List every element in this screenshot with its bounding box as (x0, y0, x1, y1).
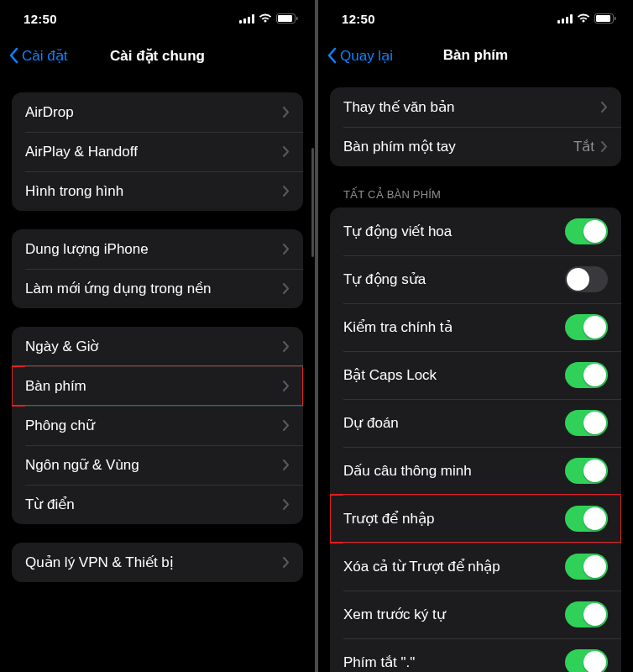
wifi-icon (259, 12, 272, 26)
row-label: Tự động sửa (343, 270, 565, 288)
scrollbar[interactable] (311, 148, 314, 257)
nav-bar: Quay lại Bàn phím (318, 37, 633, 74)
row-label: Xóa cả từ Trượt để nhập (343, 558, 565, 575)
back-button[interactable]: Quay lại (327, 47, 393, 65)
chevron-right-icon (601, 102, 608, 113)
group-toggles: Tự động viết hoa Tự động sửa Kiểm tra ch… (330, 207, 621, 672)
svg-rect-1 (243, 18, 246, 24)
chevron-right-icon (283, 459, 290, 470)
svg-rect-5 (278, 15, 292, 22)
row-label: Dấu câu thông minh (343, 462, 565, 480)
back-label: Quay lại (340, 47, 393, 65)
row-vpn-device[interactable]: Quản lý VPN & Thiết bị (12, 543, 303, 582)
row-language-region[interactable]: Ngôn ngữ & Vùng (12, 445, 303, 485)
chevron-right-icon (283, 420, 290, 431)
row-label: Xem trước ký tự (343, 606, 565, 623)
chevron-left-icon (8, 47, 18, 64)
row-dictionary[interactable]: Từ điển (12, 485, 303, 524)
svg-rect-3 (252, 14, 254, 24)
toggle-predictive[interactable] (565, 410, 608, 436)
chevron-right-icon (283, 557, 290, 568)
status-bar: 12:50 (318, 0, 633, 37)
row-label: Từ điển (25, 496, 283, 513)
row-auto-capitalization: Tự động viết hoa (330, 207, 621, 255)
status-bar: 12:50 (0, 0, 315, 37)
row-iphone-storage[interactable]: Dung lượng iPhone (12, 229, 303, 269)
row-label: Quản lý VPN & Thiết bị (25, 554, 283, 571)
chevron-right-icon (283, 341, 290, 352)
row-label: Thay thế văn bản (343, 98, 601, 116)
phone-left: 12:50 Cài đặt Cài đặt chung AirDrop AirP… (0, 0, 315, 672)
battery-icon (594, 12, 616, 26)
row-label: AirDrop (25, 104, 283, 121)
chevron-left-icon (327, 47, 337, 64)
row-label: Làm mới ứng dụng trong nền (25, 280, 283, 297)
row-smart-punctuation: Dấu câu thông minh (330, 447, 621, 495)
content-left: AirDrop AirPlay & Handoff Hình trong hìn… (0, 74, 315, 672)
group-0: AirDrop AirPlay & Handoff Hình trong hìn… (12, 92, 303, 211)
svg-rect-6 (296, 17, 298, 20)
chevron-right-icon (283, 381, 290, 391)
row-check-spelling: Kiểm tra chính tả (330, 303, 621, 351)
toggle-smart-punctuation[interactable] (565, 458, 608, 484)
row-delete-slide-to-type: Xóa cả từ Trượt để nhập (330, 543, 621, 591)
group-2: Ngày & Giờ Bàn phím Phông chữ Ngôn ngữ &… (12, 327, 303, 524)
svg-rect-13 (615, 17, 616, 20)
row-keyboard[interactable]: Bàn phím (12, 366, 303, 406)
svg-rect-10 (570, 14, 573, 24)
row-text-replacement[interactable]: Thay thế văn bản (330, 87, 621, 127)
back-label: Cài đặt (22, 47, 67, 65)
group-3: Quản lý VPN & Thiết bị (12, 543, 303, 582)
status-time: 12:50 (342, 12, 375, 26)
chevron-right-icon (283, 244, 290, 255)
row-date-time[interactable]: Ngày & Giờ (12, 327, 303, 366)
row-airplay-handoff[interactable]: AirPlay & Handoff (12, 132, 303, 171)
toggle-slide-to-type[interactable] (565, 506, 608, 532)
row-label: Bàn phím một tay (343, 138, 573, 155)
row-fonts[interactable]: Phông chữ (12, 406, 303, 445)
signal-icon (557, 12, 573, 26)
toggle-period-shortcut[interactable] (565, 649, 608, 672)
nav-bar: Cài đặt Cài đặt chung (0, 37, 315, 74)
chevron-right-icon (283, 186, 290, 197)
row-label: Phông chữ (25, 417, 283, 434)
row-one-handed-keyboard[interactable]: Bàn phím một tay Tắt (330, 127, 621, 166)
toggle-delete-slide-to-type[interactable] (565, 554, 608, 580)
row-background-refresh[interactable]: Làm mới ứng dụng trong nền (12, 269, 303, 308)
status-time: 12:50 (24, 12, 57, 26)
row-pip[interactable]: Hình trong hình (12, 171, 303, 211)
svg-rect-9 (566, 17, 568, 24)
signal-icon (239, 12, 254, 26)
row-label: Ngôn ngữ & Vùng (25, 456, 283, 474)
row-predictive: Dự đoán (330, 399, 621, 447)
toggle-character-preview[interactable] (565, 601, 608, 627)
row-label: AirPlay & Handoff (25, 144, 283, 160)
row-label: Phím tắt "." (343, 654, 565, 671)
chevron-right-icon (283, 499, 290, 510)
svg-rect-0 (239, 20, 242, 24)
row-label: Trượt để nhập (343, 510, 565, 528)
row-label: Hình trong hình (25, 183, 283, 200)
svg-rect-2 (248, 17, 250, 24)
row-character-preview: Xem trước ký tự (330, 591, 621, 638)
content-right: Thay thế văn bản Bàn phím một tay Tắt TẤ… (318, 74, 633, 672)
chevron-right-icon (283, 146, 290, 157)
svg-rect-7 (557, 20, 560, 24)
svg-rect-12 (596, 15, 610, 22)
toggle-caps-lock[interactable] (565, 362, 608, 388)
group-top: Thay thế văn bản Bàn phím một tay Tắt (330, 87, 621, 166)
group-1: Dung lượng iPhone Làm mới ứng dụng trong… (12, 229, 303, 308)
row-label: Tự động viết hoa (343, 223, 565, 240)
row-label: Ngày & Giờ (25, 338, 283, 355)
toggle-auto-correction[interactable] (565, 266, 608, 292)
row-label: Kiểm tra chính tả (343, 318, 565, 336)
svg-rect-8 (562, 18, 564, 24)
row-label: Dung lượng iPhone (25, 240, 283, 258)
toggle-auto-capitalization[interactable] (565, 218, 608, 244)
back-button[interactable]: Cài đặt (8, 47, 67, 65)
row-value: Tắt (573, 138, 594, 155)
chevron-right-icon (283, 283, 290, 294)
row-airdrop[interactable]: AirDrop (12, 92, 303, 132)
toggle-check-spelling[interactable] (565, 314, 608, 340)
row-caps-lock: Bật Caps Lock (330, 351, 621, 399)
